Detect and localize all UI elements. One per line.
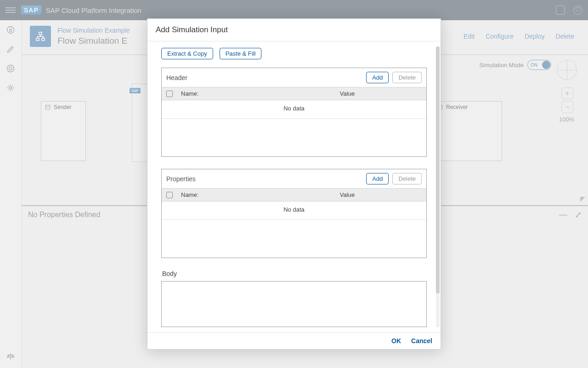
props-select-all-checkbox[interactable]	[166, 192, 173, 198]
props-add-button[interactable]: Add	[366, 173, 389, 184]
properties-section: Properties Add Delete Name: Value No dat…	[161, 169, 427, 258]
header-select-all-checkbox[interactable]	[166, 91, 173, 97]
add-simulation-input-dialog: Add Simulation Input Extract & Copy Past…	[147, 18, 441, 350]
props-col-name: Name:	[181, 191, 273, 198]
header-col-value: Value	[273, 90, 422, 97]
header-table-head: Name: Value	[162, 87, 426, 100]
body-label: Body	[162, 270, 427, 277]
header-col-name: Name:	[181, 90, 273, 97]
properties-section-title: Properties	[166, 175, 196, 183]
props-table-head: Name: Value	[162, 188, 426, 201]
ok-button[interactable]: OK	[391, 337, 401, 345]
header-nodata: No data	[162, 100, 426, 119]
paste-fill-button[interactable]: Paste & Fill	[220, 48, 262, 59]
props-nodata: No data	[162, 201, 426, 220]
body-textarea[interactable]	[161, 281, 427, 327]
header-delete-button[interactable]: Delete	[392, 72, 422, 83]
header-add-button[interactable]: Add	[366, 72, 389, 83]
dialog-title: Add Simulation Input	[147, 19, 441, 41]
dialog-scrollbar[interactable]	[436, 46, 440, 327]
cancel-button[interactable]: Cancel	[411, 337, 432, 345]
header-section: Header Add Delete Name: Value No data	[161, 68, 427, 157]
props-col-value: Value	[273, 191, 422, 198]
header-section-title: Header	[166, 74, 187, 81]
props-delete-button[interactable]: Delete	[392, 173, 422, 184]
extract-copy-button[interactable]: Extract & Copy	[161, 48, 213, 59]
